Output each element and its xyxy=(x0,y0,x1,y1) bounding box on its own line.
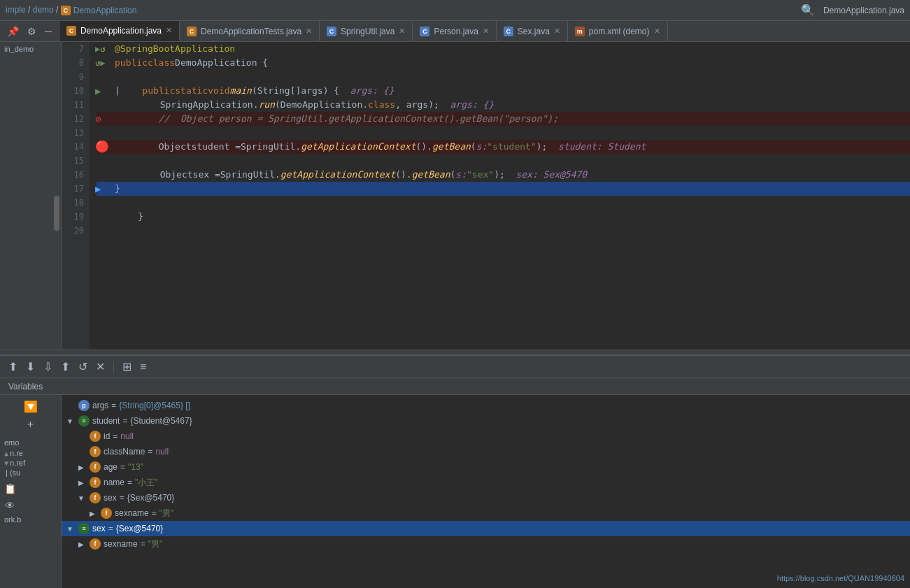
var-eq-sexname-2: = xyxy=(141,539,145,549)
expand-student[interactable]: ▼ xyxy=(64,415,76,426)
scrollbar-thumb[interactable] xyxy=(54,196,59,231)
method-getbean-16: getBean xyxy=(412,168,450,182)
expand-sex-nested[interactable]: ▼ xyxy=(76,492,87,503)
debug-panel: ⬆ ⬇ ⇩ ⬆ ↺ ✕ ⊞ ≡ Variables 🔽 + emo xyxy=(0,355,910,588)
debug-step-into[interactable]: ⬇ xyxy=(23,359,38,375)
var-row-id[interactable]: f id = null xyxy=(62,429,910,444)
debug-drop-frame[interactable]: ↺ xyxy=(76,359,90,375)
code-indent-10 xyxy=(120,84,142,98)
tab-icon-person: C xyxy=(420,27,429,36)
arrow-up[interactable]: ▲ xyxy=(4,450,8,457)
breadcrumb-demo-application[interactable]: DemoApplication xyxy=(73,6,137,15)
var-row-sexname-2[interactable]: ▶ f sexname = "男" xyxy=(62,536,910,552)
cn-springutil-16: SpringUtil xyxy=(220,168,275,182)
classname-demo: DemoApplication { xyxy=(175,56,268,70)
kw-class-11: class xyxy=(368,98,395,112)
var-row-sexname-1[interactable]: ▶ f sexname = "男" xyxy=(62,505,910,521)
debug-step-over[interactable]: ⬆ xyxy=(58,359,73,375)
plain-14e: ( xyxy=(471,140,476,154)
debug-step-into-alt[interactable]: ⇩ xyxy=(41,359,55,375)
tab-sex[interactable]: C Sex.java ✕ xyxy=(497,21,568,41)
filter-button[interactable]: 🔽 xyxy=(21,398,41,415)
tab-close-pom[interactable]: ✕ xyxy=(654,27,660,36)
debug-table-view[interactable]: ⊞ xyxy=(120,359,134,375)
debug-restore-layout[interactable]: ≡ xyxy=(137,359,149,375)
tab-spring-util[interactable]: C SpringUtil.java ✕ xyxy=(320,21,413,41)
var-name-sex-top: sex xyxy=(92,524,106,533)
var-val-args: {String[0]@5465} [] xyxy=(119,401,190,410)
search-icon[interactable]: 🔍 xyxy=(801,3,815,17)
debug-reset[interactable]: ✕ xyxy=(93,359,108,375)
expand-sexname-2[interactable]: ▶ xyxy=(76,538,87,550)
pin-tab-button[interactable]: 📌 xyxy=(4,24,22,38)
var-val-student: {Student@5467} xyxy=(130,416,192,426)
debug-separator[interactable] xyxy=(0,350,910,355)
var-row-classname[interactable]: f className = null xyxy=(62,444,910,459)
badge-student: ≡ xyxy=(78,415,90,426)
var-row-sex-top[interactable]: ▼ ≡ sex = {Sex@5470} xyxy=(62,521,910,536)
annotation-springboot: @SpringBootApplication xyxy=(115,42,235,56)
plain-10b: [] xyxy=(290,84,301,98)
var-row-args[interactable]: p args = {String[0]@5465} [] xyxy=(62,398,910,413)
plain-11a: . xyxy=(253,98,259,112)
badge-args: p xyxy=(78,400,90,411)
kw-public-10: public xyxy=(142,84,175,98)
left-panel-scrollbar xyxy=(0,56,61,350)
tab-close-person[interactable]: ✕ xyxy=(483,27,489,36)
tab-close-sex[interactable]: ✕ xyxy=(554,27,560,36)
var-name-sexname-2: sexname xyxy=(104,539,138,549)
debug-step-out-up[interactable]: ⬆ xyxy=(6,359,20,375)
breadcrumb-demo[interactable]: demo xyxy=(33,5,54,15)
watch-item-n-ref: ▼ n.ref xyxy=(0,458,61,468)
tab-close-demo-application[interactable]: ✕ xyxy=(166,26,172,35)
code-line-13 xyxy=(97,126,910,140)
expand-age[interactable]: ▶ xyxy=(76,461,87,473)
var-name-id: id xyxy=(104,431,110,441)
reload-icon-7: ↺ xyxy=(100,42,105,56)
breadcrumb-imple[interactable]: imple xyxy=(6,5,26,15)
class-icon: C xyxy=(61,6,71,15)
code-editor[interactable]: 7 8 9 10 11 12 13 14 15 16 17 18 19 20 ▶… xyxy=(62,42,910,350)
tab-demo-application-tests[interactable]: C DemoApplicationTests.java ✕ xyxy=(180,21,320,41)
settings-button[interactable]: ⚙ xyxy=(24,24,39,38)
string-sex-16: "sex" xyxy=(467,168,494,182)
tab-bar: 📌 ⚙ ─ C DemoApplication.java ✕ C DemoApp… xyxy=(0,21,910,42)
reload-icon-8: ↺ xyxy=(95,56,100,70)
code-line-10-gutter: | xyxy=(115,84,119,98)
plain-16e: ( xyxy=(450,168,456,182)
var-eq-name: = xyxy=(127,478,132,487)
kw-static-10: static xyxy=(175,84,208,98)
hint-10-args: args: {} xyxy=(339,84,394,98)
tab-close-demo-tests[interactable]: ✕ xyxy=(306,27,312,36)
plain-14b: student = xyxy=(192,140,241,154)
tab-pom[interactable]: m pom.xml (demo) ✕ xyxy=(568,21,668,41)
var-row-age[interactable]: ▶ f age = "13" xyxy=(62,459,910,475)
eye-button[interactable]: 👁 xyxy=(0,497,20,514)
var-row-student[interactable]: ▼ ≡ student = {Student@5467} xyxy=(62,413,910,429)
var-row-sex-nested[interactable]: ▼ f sex = {Sex@5470} xyxy=(62,490,910,505)
code-line-15 xyxy=(97,154,910,168)
left-panel: in_demo xyxy=(0,42,62,350)
arrow-down[interactable]: ▼ xyxy=(4,459,8,467)
watch-item-demo[interactable]: emo xyxy=(0,437,61,448)
expand-sex-top[interactable]: ▼ xyxy=(64,523,76,534)
minimize-button[interactable]: ─ xyxy=(42,24,55,38)
var-name-name: name xyxy=(104,478,125,487)
watch-label-n-re: n.re xyxy=(10,449,23,457)
var-row-name[interactable]: ▶ f name = "小王" xyxy=(62,475,910,490)
expand-name[interactable]: ▶ xyxy=(76,477,87,488)
line-numbers: 7 8 9 10 11 12 13 14 15 16 17 18 19 20 xyxy=(62,42,90,350)
copy-button[interactable]: 📋 xyxy=(0,480,20,497)
cn-spring-11: SpringApplication xyxy=(160,98,253,112)
tab-close-spring-util[interactable]: ✕ xyxy=(399,27,405,36)
expand-sexname-1[interactable]: ▶ xyxy=(87,508,98,519)
code-line-14: 🔴 Object student = SpringUtil . getAppli… xyxy=(97,140,910,154)
plain-16b: sex = xyxy=(193,168,220,182)
add-watch-button[interactable]: + xyxy=(21,416,41,433)
tab-person[interactable]: C Person.java ✕ xyxy=(413,21,496,41)
line-num-10: 10 xyxy=(74,84,84,98)
tab-demo-application[interactable]: C DemoApplication.java ✕ xyxy=(59,21,180,41)
watch-item-n-re: ▲ n.re xyxy=(0,448,61,458)
cn-object-16: Object xyxy=(160,168,193,182)
tab-label-sex: Sex.java xyxy=(518,27,550,36)
